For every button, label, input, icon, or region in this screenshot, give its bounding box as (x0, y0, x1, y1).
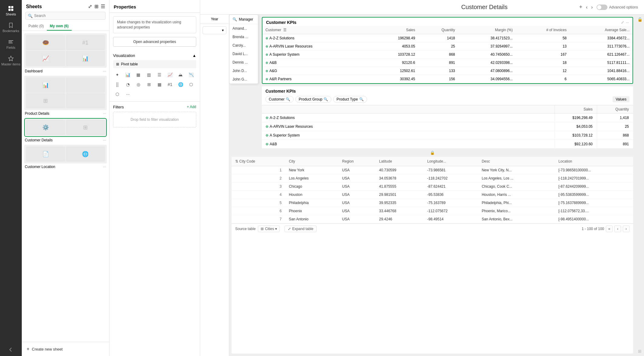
manager-item-4[interactable]: Dennis ... (229, 58, 258, 67)
pivot-row-2: ⊕A Superior System $103,728.12 868 (262, 131, 633, 140)
svg-rect-2 (8, 9, 11, 11)
thumb-loc1: 📄 (26, 147, 65, 162)
next-page-btn[interactable]: › (623, 226, 629, 232)
viz-icon-bar[interactable]: 📊 (124, 71, 132, 79)
sheet-more-location[interactable]: ··· (103, 165, 106, 169)
source-dropdown[interactable]: ⊞ Cities ▾ (258, 226, 280, 232)
viz-icon-group-bar[interactable]: ▦ (134, 71, 143, 79)
dim-tag-customer[interactable]: Customer 🔍 (265, 96, 294, 103)
svg-rect-6 (8, 43, 13, 43)
col-menu-icon[interactable]: ☰ (283, 28, 287, 32)
sidebar-item-fields[interactable]: Fields (0, 36, 22, 52)
sort-icon[interactable]: ⇅ (235, 159, 238, 163)
viz-icon-area[interactable]: ⛰ (176, 71, 185, 79)
expand-row-4[interactable]: ⊕ (265, 69, 268, 73)
viz-icon-line[interactable]: 📈 (166, 71, 174, 79)
pivot-cell-sales-2: $103,728.12 (555, 131, 597, 140)
city-row-1: 2 Los Angeles USA 34.053678 -118.242702 … (232, 174, 633, 183)
city-name-5: Phoenix (285, 207, 338, 215)
sheet-more-dashboard[interactable]: ··· (103, 69, 106, 73)
expand-row-1[interactable]: ⊕ (265, 44, 268, 48)
advanced-options-toggle[interactable]: Advanced options (597, 5, 638, 10)
sheet-item-dashboard[interactable]: 🍩 #1 📈 📊 Dashboard ··· (24, 33, 107, 73)
viz-icon-table[interactable]: ⊞ (145, 80, 153, 89)
add-filter-btn[interactable]: + Add (187, 105, 196, 109)
viz-icon-kpi[interactable]: #1 (166, 80, 174, 89)
expand-row-2[interactable]: ⊕ (265, 53, 268, 56)
dim-tag-product-group[interactable]: Product Group 🔍 (295, 96, 331, 103)
table-row: ⊕A-ARVIN Laser Resources 4053.05 25 37.9… (262, 42, 633, 51)
prev-page-btn[interactable]: ‹ (614, 226, 621, 232)
kpi-menu-icon[interactable]: ··· (626, 20, 629, 25)
manager-item-5[interactable]: John D... (229, 67, 258, 75)
expand-table-btn[interactable]: ⤢ Expand table (285, 226, 317, 232)
svg-rect-4 (8, 40, 13, 41)
tab-public[interactable]: Public (0) (25, 22, 47, 31)
dim-tag-product-type[interactable]: Product Type 🔍 (333, 96, 367, 103)
viz-icon-funnel[interactable]: ⬡ (113, 90, 122, 98)
sidebar-item-sheets[interactable]: Sheets (0, 3, 22, 18)
sheet-name-product: Product Details (25, 111, 49, 116)
sidebar-sheets-label: Sheets (6, 12, 16, 16)
pivot-expand-3[interactable]: ⊕ (265, 142, 268, 146)
manager-item-3[interactable]: David L... (229, 50, 258, 58)
viz-icon-geo[interactable]: 🌐 (176, 80, 185, 89)
pivot-col-sales: Sales (555, 105, 597, 113)
first-page-btn[interactable]: « (606, 226, 613, 232)
city-row-3: 4 Houston USA 29.981501 -95.53836 Housto… (232, 191, 633, 199)
create-sheet-btn[interactable]: + Create new sheet (22, 342, 109, 356)
sidebar-item-master[interactable]: Master items (0, 53, 22, 68)
viz-icon-magic[interactable]: ✦ (113, 71, 122, 79)
kpi-resize-icon[interactable]: ⤢ (621, 20, 624, 25)
pivot-expand-1[interactable]: ⊕ (265, 124, 268, 129)
manager-item-0[interactable]: Amand... (229, 24, 258, 33)
year-dropdown-area[interactable]: ▾ (200, 24, 229, 37)
plus-btn[interactable]: + (579, 4, 582, 10)
viz-icon-scatter[interactable]: ⣿ (113, 80, 122, 89)
pivot-expand-0[interactable]: ⊕ (265, 116, 268, 120)
sheet-more-customer[interactable]: ··· (103, 138, 106, 142)
viz-icon-pie[interactable]: ◔ (124, 80, 132, 89)
col-avg: Average Sale... (570, 26, 633, 34)
sheet-item-product[interactable]: 📊 ⊞ Product Details ··· (24, 76, 107, 116)
cell-sales-2: 103728.12 (371, 51, 418, 59)
sheet-item-customer[interactable]: ⚙️ ⊞ Customer Details ··· (24, 118, 107, 142)
viz-icon-combo[interactable]: 📉 (187, 71, 195, 79)
viz-icon-stacked[interactable]: ▥ (145, 71, 153, 79)
sidebar-back-btn[interactable] (0, 344, 22, 356)
list-icon[interactable]: ☰ (101, 4, 105, 9)
viz-icon-network[interactable]: ⬡ (187, 80, 195, 89)
manager-item-2[interactable]: Caroly... (229, 41, 258, 50)
adv-props-button[interactable]: Open advanced properties (113, 37, 196, 47)
search-input[interactable] (25, 12, 106, 20)
thumb3: 📈 (26, 51, 65, 66)
grid-icon[interactable]: ⊞ (94, 4, 98, 9)
viz-type-selector[interactable]: ⊞ Pivot table (113, 60, 196, 68)
viz-icon-pivot[interactable]: ▦ (155, 80, 164, 89)
next-btn[interactable]: › (591, 5, 593, 10)
manager-item-1[interactable]: Brenda ... (229, 33, 258, 41)
tab-my-own[interactable]: My own (6) (47, 22, 72, 31)
viz-icon-donut[interactable]: ◎ (134, 80, 143, 89)
th-city-code: ⇅ City Code (232, 157, 285, 166)
expand-row-3[interactable]: ⊕ (265, 61, 268, 64)
sheet-more-product[interactable]: ··· (103, 111, 106, 116)
viz-collapse-icon[interactable]: ▲ (192, 53, 196, 58)
pivot-expand-2[interactable]: ⊕ (265, 133, 268, 137)
viz-icon-horiz[interactable]: ☰ (155, 71, 164, 79)
city-code-2: 3 (232, 183, 285, 191)
expand-icon[interactable]: ⤢ (88, 4, 92, 9)
year-dropdown[interactable]: ▾ (203, 26, 226, 34)
svg-marker-7 (8, 56, 13, 61)
sheet-item-location[interactable]: 📄 🌐 Customer Location ··· (24, 145, 107, 169)
toggle-control[interactable] (597, 5, 607, 10)
viz-icon-more[interactable]: ··· (124, 90, 132, 98)
expand-row-0[interactable]: ⊕ (265, 36, 268, 40)
expand-row-5[interactable]: ⊕ (265, 77, 268, 81)
city-code-1: 2 (232, 174, 285, 183)
cell-margin-4: 47.0800896... (458, 67, 516, 75)
sidebar-item-bookmarks[interactable]: Bookmarks (0, 20, 22, 35)
manager-item-6[interactable]: John G... (229, 75, 258, 84)
prev-btn[interactable]: ‹ (586, 5, 587, 10)
sheet-title-row-customer: Customer Details ··· (24, 137, 107, 142)
